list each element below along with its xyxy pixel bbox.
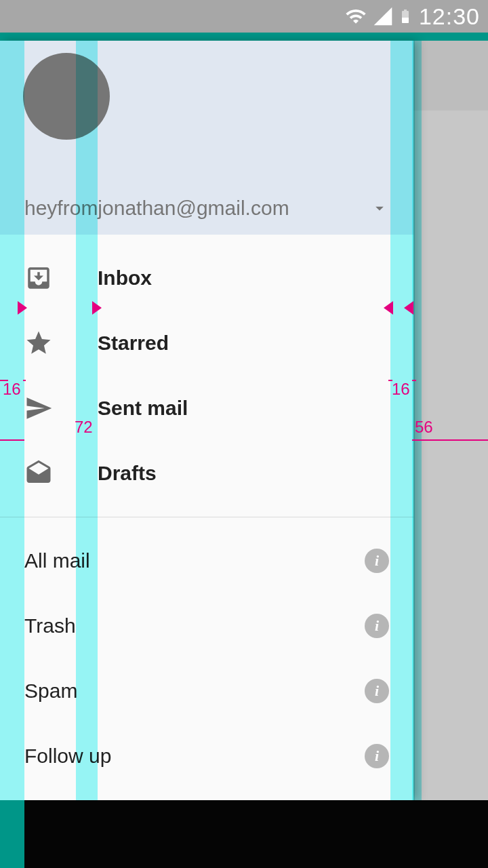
status-time: 12:30	[419, 3, 480, 30]
status-bar: 12:30	[0, 0, 488, 33]
nav-label: Drafts	[98, 462, 157, 485]
nav-item-trash[interactable]: Trash	[0, 593, 413, 658]
android-navbar	[0, 800, 488, 868]
nav-label: Inbox	[98, 267, 152, 290]
inbox-icon	[24, 264, 53, 292]
nav-label: Starred	[98, 332, 169, 355]
nav-item-drafts[interactable]: Drafts	[0, 441, 413, 506]
nav-label: All mail	[24, 549, 90, 572]
signal-icon	[371, 5, 394, 27]
battery-icon	[397, 4, 413, 28]
avatar[interactable]	[23, 53, 110, 140]
nav-item-inbox[interactable]: Inbox	[0, 245, 413, 311]
info-icon[interactable]	[365, 614, 389, 638]
nav-label: Sent mail	[98, 397, 188, 420]
navigation-drawer: heyfromjonathan@gmail.com Inbox Starred …	[0, 41, 413, 800]
star-icon	[24, 329, 53, 357]
drawer-header[interactable]: heyfromjonathan@gmail.com	[0, 41, 413, 235]
nav-item-all-mail[interactable]: All mail	[0, 528, 413, 593]
nav-label: Spam	[24, 679, 77, 703]
nav-label: Trash	[24, 614, 76, 637]
android-navbar-accent	[0, 800, 24, 868]
info-icon[interactable]	[365, 679, 389, 703]
wifi-icon	[343, 5, 369, 27]
nav-label: Follow up	[24, 745, 111, 768]
account-email: heyfromjonathan@gmail.com	[24, 197, 289, 220]
nav-item-starred[interactable]: Starred	[0, 311, 413, 376]
info-icon[interactable]	[365, 549, 389, 573]
divider	[0, 517, 413, 517]
nav-item-follow-up[interactable]: Follow up	[0, 724, 413, 789]
send-icon	[24, 394, 53, 422]
account-row[interactable]: heyfromjonathan@gmail.com	[24, 197, 389, 220]
chevron-down-icon	[370, 199, 389, 218]
teal-underline	[0, 33, 488, 41]
nav-item-spam[interactable]: Spam	[0, 658, 413, 724]
drafts-icon	[24, 459, 53, 488]
nav-item-sent[interactable]: Sent mail	[0, 376, 413, 441]
info-icon[interactable]	[365, 744, 389, 768]
